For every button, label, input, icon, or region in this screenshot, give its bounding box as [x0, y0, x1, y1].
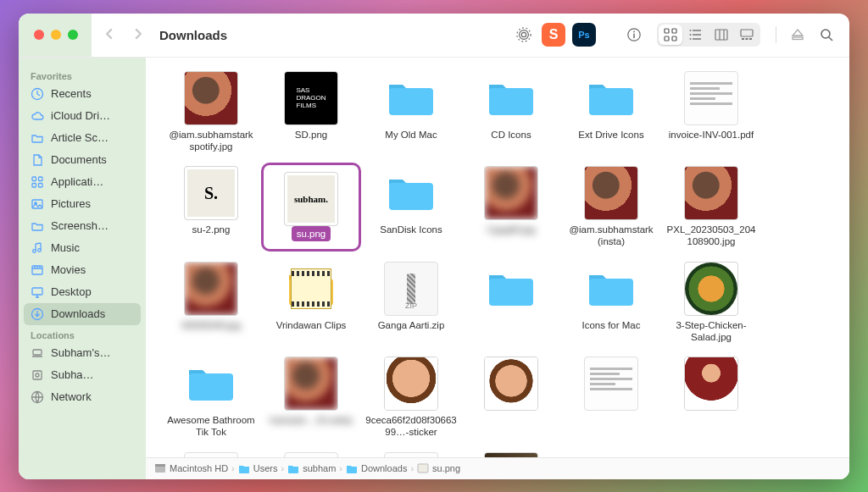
file-item[interactable]: ZIPGanga Aarti.zip	[361, 258, 461, 347]
sidebar-item-screensh[interactable]: Screensh…	[24, 215, 141, 237]
file-name-label: hairstyle…24.webp	[268, 411, 354, 429]
svg-point-19	[821, 30, 830, 38]
sidebar-item-article-sc[interactable]: Article Sc…	[24, 127, 141, 149]
sidebar-item-label: Music	[51, 241, 80, 254]
forward-button[interactable]	[127, 23, 149, 47]
file-item[interactable]	[261, 449, 361, 457]
file-item[interactable]: @iam.subhamstark (insta)	[561, 163, 661, 252]
sidebar-item-pictures[interactable]: Pictures	[24, 193, 141, 215]
file-item[interactable]: Vrindawan Clips	[261, 258, 361, 347]
sidebar-item-subhams[interactable]: Subham's…	[24, 342, 141, 364]
file-name-label: 50930349.jpg	[180, 316, 242, 334]
icon-grid[interactable]: @iam.subhamstark spotify.jpgSASDRAGONFIL…	[146, 58, 849, 457]
sidebar-item-label: Desktop	[51, 285, 92, 298]
sidebar-item-label: Article Sc…	[51, 131, 108, 144]
laptop-icon	[31, 346, 44, 360]
sidebar-item-subha[interactable]: Subha…	[24, 364, 141, 386]
info-icon	[626, 27, 642, 42]
folder-icon	[31, 219, 44, 233]
sidebar-item-applications[interactable]: Applicati…	[24, 171, 141, 193]
app-icon-photoshop[interactable]: Ps	[572, 23, 596, 47]
folder-icon	[186, 363, 236, 404]
file-item[interactable]: CD Icons	[461, 68, 561, 157]
close-button[interactable]	[34, 30, 44, 40]
disk-icon	[31, 368, 44, 382]
sidebar-item-label: Downloads	[51, 307, 105, 320]
file-name-label: @iam.subhamstark (insta)	[563, 220, 659, 250]
file-item[interactable]: 9ceca66f2d08f3066399…-sticker	[361, 353, 461, 442]
path-crumb[interactable]: Macintosh HD	[154, 462, 228, 474]
file-item[interactable]	[161, 449, 261, 457]
finder-window: Downloads S Ps	[19, 14, 849, 479]
path-crumb-label: subham	[303, 463, 336, 473]
file-item[interactable]	[561, 353, 661, 442]
sidebar-item-icloud[interactable]: iCloud Dri…	[24, 105, 141, 127]
file-item[interactable]: S.su-2.png	[161, 163, 261, 252]
file-item[interactable]: subham.su.png	[261, 163, 361, 252]
file-item[interactable]: Awesome Bathroom Tik Tok	[161, 353, 261, 442]
svg-rect-30	[32, 288, 42, 295]
svg-point-4	[633, 31, 635, 33]
file-item[interactable]: 3-Step-Chicken-Salad.jpg	[661, 258, 761, 347]
doc-icon	[31, 153, 44, 167]
file-item[interactable]: @iam.subhamstark spotify.jpg	[161, 68, 261, 157]
search-icon	[820, 28, 833, 41]
minimize-button[interactable]	[51, 30, 61, 40]
chevron-right-icon: ›	[339, 463, 342, 473]
file-item[interactable]	[461, 449, 561, 457]
sidebar-item-documents[interactable]: Documents	[24, 149, 141, 171]
path-crumb[interactable]: Users	[238, 462, 278, 474]
svg-rect-43	[189, 373, 233, 401]
file-name-label: invoice-INV-001.pdf	[667, 125, 755, 144]
sidebar-item-music[interactable]: Music	[24, 237, 141, 259]
sidebar-item-movies[interactable]: Movies	[24, 259, 141, 281]
file-name-label: CD Icons	[489, 125, 532, 144]
path-crumb[interactable]: Downloads	[346, 462, 407, 474]
sidebar-item-downloads[interactable]: Downloads	[24, 303, 141, 325]
sidebar-item-label: Subham's…	[51, 346, 110, 359]
svg-rect-7	[672, 29, 676, 33]
file-item[interactable]: CgagNl.jpg	[461, 163, 561, 252]
path-crumb[interactable]: su.png	[417, 462, 460, 474]
gallery-icon	[740, 28, 754, 41]
svg-rect-18	[793, 37, 803, 40]
sidebar-item-network[interactable]: Network	[24, 386, 141, 408]
file-item[interactable]: 50930349.jpg	[161, 258, 261, 347]
svg-rect-25	[32, 200, 42, 208]
sidebar-item-desktop[interactable]: Desktop	[24, 281, 141, 303]
file-item[interactable]: SanDisk Icons	[361, 163, 461, 252]
file-item[interactable]	[461, 258, 561, 347]
file-name-label: SanDisk Icons	[378, 220, 444, 239]
list-icon	[689, 28, 703, 41]
file-item[interactable]	[361, 449, 461, 457]
view-list-button[interactable]	[684, 25, 708, 45]
fullscreen-button[interactable]	[68, 30, 78, 40]
app-icon-s[interactable]: S	[542, 23, 565, 47]
eject-button[interactable]	[787, 24, 809, 46]
file-item[interactable]: Icons for Mac	[561, 258, 661, 347]
file-item[interactable]: PXL_20230503_204108900.jpg	[661, 163, 761, 252]
info-button[interactable]	[623, 24, 645, 46]
search-button[interactable]	[815, 24, 837, 46]
file-name-label: Vrindawan Clips	[275, 316, 348, 334]
path-crumb-label: Downloads	[361, 463, 407, 473]
view-icons-button[interactable]	[659, 25, 682, 45]
file-item[interactable]: hairstyle…24.webp	[261, 353, 361, 442]
back-button[interactable]	[98, 23, 120, 47]
svg-rect-38	[589, 88, 633, 115]
airdrop-icon[interactable]	[513, 24, 535, 46]
file-item[interactable]	[661, 353, 761, 442]
path-crumb-label: Macintosh HD	[170, 463, 228, 473]
file-item[interactable]: Ext Drive Icons	[561, 68, 661, 157]
svg-point-10	[690, 30, 692, 31]
file-item[interactable]	[461, 353, 561, 442]
sidebar-item-recents[interactable]: Recents	[24, 83, 141, 105]
file-item[interactable]: My Old Mac	[361, 68, 461, 157]
grid-icon	[31, 175, 44, 189]
view-gallery-button[interactable]	[735, 25, 759, 45]
file-item[interactable]: invoice-INV-001.pdf	[661, 68, 761, 157]
path-crumb[interactable]: subham	[287, 462, 336, 474]
view-columns-button[interactable]	[709, 25, 733, 45]
window-title: Downloads	[159, 28, 227, 42]
file-item[interactable]: SASDRAGONFILMSSD.png	[261, 68, 361, 157]
